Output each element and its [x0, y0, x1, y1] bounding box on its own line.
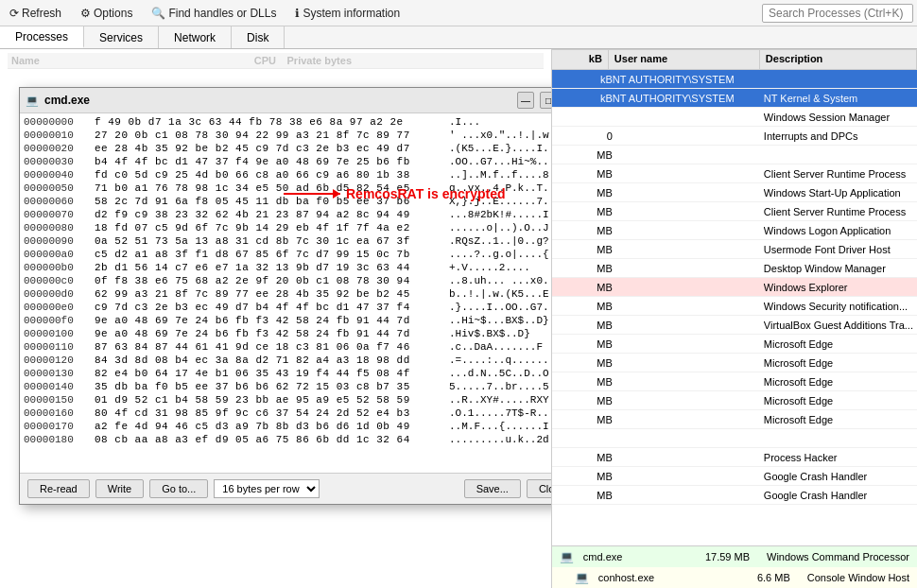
process-row[interactable]: MBMicrosoft Edge [552, 410, 917, 429]
process-row[interactable]: MBDesktop Window Manager [552, 259, 917, 278]
process-row[interactable]: MBMicrosoft Edge [552, 335, 917, 354]
hex-bytes: c5 d2 a1 a8 3f f1 d8 67 85 6f 7c d7 99 1… [95, 249, 449, 260]
process-row[interactable]: MBMicrosoft Edge [552, 372, 917, 391]
find-handles-button[interactable]: 🔍 Find handles or DLLs [146, 5, 282, 22]
proc-desc: Client Server Runtime Process [764, 206, 913, 217]
hex-address: 00000120 [24, 355, 95, 366]
process-row[interactable]: MBGoogle Crash Handler [552, 467, 917, 486]
hex-bytes: 9e a0 48 69 7e 24 b6 fb f3 42 58 24 fb 9… [95, 315, 449, 326]
maximize-button[interactable]: □ [540, 92, 551, 109]
proc-size: kB [556, 93, 613, 104]
hex-ascii: .Hiv$.BX$..D} [449, 328, 551, 339]
hex-row: 00000030b4 4f 4f bc d1 47 37 f4 9e a0 48… [24, 155, 551, 168]
write-button[interactable]: Write [95, 479, 144, 498]
process-row[interactable]: Windows Session Manager [552, 108, 917, 127]
options-button[interactable]: ⚙ Options [75, 5, 138, 22]
process-row[interactable]: MBMicrosoft Edge [552, 354, 917, 372]
goto-button[interactable]: Go to... [149, 479, 208, 498]
proc-size: MB [556, 320, 613, 331]
process-row[interactable]: MBClient Server Runtime Process [552, 202, 917, 221]
proc-size: MB [556, 225, 613, 236]
hex-row: 0000015001 d9 52 c1 b4 58 59 23 bb ae 95… [24, 393, 551, 406]
tab-disk[interactable]: Disk [232, 26, 285, 48]
process-row[interactable]: MBWindows Explorer [552, 278, 917, 297]
hex-bytes: 0f f8 38 e6 75 68 a2 2e 9f 20 0b c1 08 7… [95, 275, 449, 286]
annotation-text: RemcosRAT is encrypted [346, 186, 506, 201]
process-row[interactable]: kBNT AUTHORITY\SYSTEM [552, 70, 917, 89]
hex-bytes: a2 fe 4d 94 46 c5 d3 a9 7b 8b d3 b6 d6 1… [95, 421, 449, 432]
proc-name: conhost.exe [598, 572, 752, 583]
process-row[interactable]: MBGoogle Crash Handler [552, 486, 917, 505]
hex-row: 000000d062 99 a3 21 8f 7c 89 77 ee 28 4b… [24, 287, 551, 301]
proc-desc: Usermode Font Driver Host [764, 244, 913, 255]
hex-ascii: ...8#2bK!#.....I [449, 209, 551, 220]
proc-size: MB [556, 149, 613, 161]
hex-row: 00000040fd c0 5d c9 25 4d b0 66 c8 a0 66… [24, 168, 551, 182]
process-row[interactable]: MBProcess Hacker [552, 448, 917, 467]
tab-bar: Processes Services Network Disk [0, 26, 917, 49]
conhost-icon: 💻 [575, 571, 589, 584]
proc-size: MB [556, 376, 613, 388]
process-row[interactable]: MBVirtualBox Guest Additions Tra... [552, 316, 917, 335]
refresh-button[interactable]: ⟳ Refresh [4, 5, 67, 22]
close-hex-button[interactable]: Close [527, 479, 551, 498]
proc-desc: Client Server Runtime Process [764, 168, 913, 180]
proc-desc: Windows Session Manager [764, 112, 913, 123]
process-row[interactable]: MBWindows Start-Up Application [552, 183, 917, 202]
hex-window-icon: 💻 [26, 95, 39, 107]
process-row[interactable] [552, 429, 917, 448]
bottom-process-row[interactable]: 💻cmd.exe17.59 MBWindows Command Processo… [552, 546, 917, 567]
process-row[interactable]: MB [552, 146, 917, 164]
process-row[interactable]: 0Interrupts and DPCs [552, 127, 917, 146]
bottom-process-row[interactable]: 💻conhost.exe6.6 MBConsole Window Host [552, 567, 917, 588]
hex-address: 00000090 [24, 235, 95, 247]
minimize-button[interactable]: — [517, 92, 534, 109]
process-table[interactable]: kBNT AUTHORITY\SYSTEMkBNT AUTHORITY\SYST… [552, 70, 917, 545]
hex-bytes: 62 99 a3 21 8f 7c 89 77 ee 28 4b 35 92 b… [95, 288, 449, 300]
tab-network[interactable]: Network [159, 26, 232, 48]
hex-content[interactable]: 00000000f 49 0b d7 1a 3c 63 44 fb 78 38 … [20, 113, 551, 473]
hex-address: 00000020 [24, 143, 95, 154]
hex-row: 0000011087 63 84 87 44 61 41 9d ce 18 c3… [24, 340, 551, 354]
save-button[interactable]: Save... [464, 479, 521, 498]
process-row[interactable]: MBMicrosoft Edge [552, 391, 917, 410]
hex-ascii: ..M.F...{......I [449, 421, 551, 432]
right-column-headers: kB User name Description [552, 49, 917, 70]
hex-address: 00000070 [24, 209, 95, 220]
hex-row: 00000170a2 fe 4d 94 46 c5 d3 a9 7b 8b d3… [24, 420, 551, 433]
hex-row: 0000012084 3d 8d 08 b4 ec 3a 8a d2 71 82… [24, 354, 551, 367]
process-row[interactable]: MBWindows Security notification... [552, 297, 917, 316]
proc-size: MB [556, 490, 613, 501]
hex-bytes: 08 cb aa a8 a3 ef d9 05 a6 75 86 6b dd 1… [95, 434, 449, 445]
hex-ascii: b..!.|.w.(K5...E [449, 288, 551, 300]
proc-size: kB [556, 74, 613, 85]
hex-address: 00000180 [24, 434, 95, 445]
tab-services[interactable]: Services [84, 26, 159, 48]
hex-ascii: .I... [449, 116, 551, 128]
user-column-header: User name [609, 50, 760, 69]
hex-bytes: 80 4f cd 31 98 85 9f 9c c6 37 54 24 2d 5… [95, 407, 449, 419]
sysinfo-button[interactable]: ℹ System information [289, 5, 406, 22]
process-row[interactable]: MBUsermode Font Driver Host [552, 240, 917, 259]
search-input[interactable] [762, 4, 913, 23]
hex-ascii: ' ...x0."..!.|.w [449, 130, 551, 141]
hex-address: 00000170 [24, 421, 95, 432]
process-row[interactable]: MBClient Server Runtime Process [552, 164, 917, 183]
proc-desc: Google Crash Handler [764, 471, 913, 482]
bytes-per-row-select[interactable]: 16 bytes per row [214, 479, 320, 498]
hex-titlebar: 💻 cmd.exe — □ ✕ [20, 88, 551, 113]
process-row[interactable]: kBNT AUTHORITY\SYSTEMNT Kernel & System [552, 89, 917, 108]
proc-desc: Google Crash Handler [764, 490, 913, 501]
proc-size: MB [556, 263, 613, 274]
toolbar: ⟳ Refresh ⚙ Options 🔍 Find handles or DL… [0, 0, 917, 26]
tab-processes[interactable]: Processes [0, 26, 84, 48]
hex-row: 00000000f 49 0b d7 1a 3c 63 44 fb 78 38 … [24, 115, 551, 129]
right-panel: kB User name Description kBNT AUTHORITY\… [551, 49, 917, 588]
reread-button[interactable]: Re-read [27, 479, 90, 498]
process-row[interactable]: MBWindows Logon Application [552, 221, 917, 240]
hex-row: 00000070d2 f9 c9 38 23 32 62 4b 21 23 87… [24, 208, 551, 221]
hex-address: 00000060 [24, 196, 95, 207]
proc-desc: Microsoft Edge [764, 376, 913, 388]
proc-desc: VirtualBox Guest Additions Tra... [764, 320, 913, 331]
proc-desc: Windows Command Processor [767, 551, 909, 562]
